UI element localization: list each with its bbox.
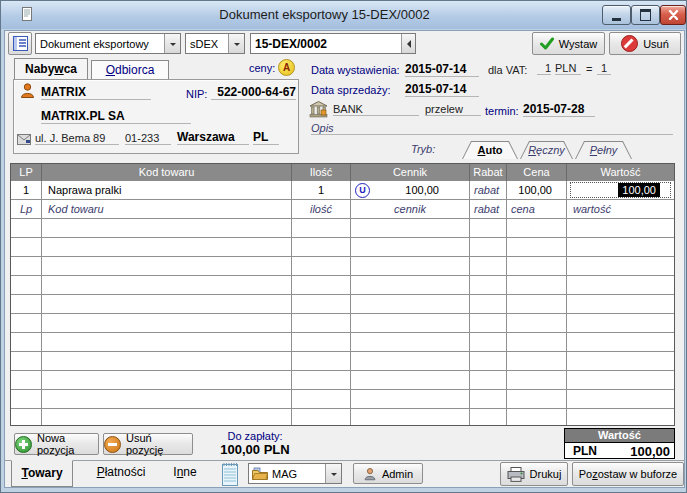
ghost-rabat[interactable]: rabat: [470, 200, 507, 218]
ghost-cena[interactable]: cena: [507, 200, 567, 218]
total-currency: PLN: [565, 444, 597, 458]
admin-person-icon: [363, 467, 377, 481]
admin-button[interactable]: Admin: [353, 463, 423, 484]
buyer-name[interactable]: MATRIX: [41, 85, 151, 100]
item-cena[interactable]: 100,00: [507, 181, 567, 199]
tryb-label: Tryb:: [411, 143, 435, 155]
bank-icon: [309, 101, 328, 118]
title-bar[interactable]: Dokument eksportowy 15-DEX/0002: [1, 1, 687, 29]
item-template-row[interactable]: Lp Kod towaru ilość cennik rabat cena wa…: [11, 200, 674, 219]
buyer-postal[interactable]: 01-233: [125, 132, 171, 145]
buyer-city[interactable]: Warszawa: [177, 130, 249, 145]
issue-date-label: Data wystawienia:: [311, 64, 400, 76]
empty-row: [11, 295, 674, 314]
pozostaw-w-buforze-button[interactable]: Pozostaw w buforze: [572, 462, 684, 486]
doc-type-combobox[interactable]: Dokument eksportowy: [35, 33, 181, 54]
item-ilosc[interactable]: 1: [292, 181, 351, 199]
ceny-label: ceny:: [249, 62, 275, 74]
tab-nabywca[interactable]: Nabywca: [14, 58, 88, 79]
item-lp[interactable]: 1: [11, 181, 42, 199]
bank-value[interactable]: BANK: [333, 103, 419, 116]
printer-icon: [507, 467, 525, 482]
list-icon: [13, 36, 28, 51]
usun-button[interactable]: Usuń: [609, 32, 681, 55]
minimize-button[interactable]: [602, 5, 631, 25]
vat-qty-value[interactable]: 1: [537, 62, 551, 75]
header-kod-towaru: Kod towaru: [42, 164, 292, 181]
close-button[interactable]: [660, 5, 686, 25]
termin-label: termin:: [485, 105, 519, 117]
vat-rate-value[interactable]: 1: [597, 62, 611, 75]
empty-row: [11, 238, 674, 257]
arrow-left-icon[interactable]: [401, 34, 415, 53]
tab-platnosci[interactable]: Płatności: [81, 465, 161, 479]
ghost-ilosc[interactable]: ilość: [292, 200, 351, 218]
buyer-street[interactable]: ul. J. Bema 89: [35, 132, 119, 145]
item-cennik[interactable]: U 100,00: [351, 181, 470, 199]
app-window: Dokument eksportowy 15-DEX/0002 Dokument…: [0, 0, 687, 493]
total-box: Wartość PLN 100,00: [564, 428, 675, 459]
header-lp: LP: [11, 164, 42, 181]
buyer-country[interactable]: PL: [253, 130, 279, 145]
vat-currency-value[interactable]: PLN: [555, 62, 581, 75]
total-amount: 100,00: [597, 444, 674, 459]
ghost-cennik[interactable]: cennik: [351, 200, 470, 218]
opis-field[interactable]: Opis: [311, 122, 673, 135]
drukuj-button[interactable]: Drukuj: [500, 462, 568, 486]
maximize-icon: [640, 9, 651, 21]
ghost-kod[interactable]: Kod towaru: [42, 200, 292, 218]
item-kod[interactable]: Naprawa pralki: [42, 181, 292, 199]
tab-inne[interactable]: Inne: [163, 465, 207, 479]
maximize-button[interactable]: [631, 5, 660, 25]
price-level-badge[interactable]: A: [278, 59, 295, 76]
chevron-down-icon[interactable]: [164, 34, 180, 53]
sale-date-value[interactable]: 2015-07-14: [405, 82, 479, 97]
minus-circle-icon: [104, 436, 121, 453]
series-combobox[interactable]: sDEX: [185, 33, 245, 54]
due-amount: 100,00 PLN: [194, 442, 316, 457]
items-table: LP Kod towaru Ilość Cennik Rabat Cena Wa…: [10, 163, 675, 426]
tab-mode-pelny[interactable]: Pełny: [575, 141, 632, 159]
envelope-icon: [17, 134, 31, 145]
chevron-down-icon[interactable]: [228, 34, 244, 53]
doc-number-field[interactable]: 15-DEX/0002: [250, 33, 416, 54]
empty-row: [11, 314, 674, 333]
plus-circle-icon: [15, 436, 32, 453]
bottom-divider: [4, 460, 685, 461]
item-cennik-value: 100,00: [370, 181, 469, 199]
nowa-pozycja-button[interactable]: Nowa pozycja: [14, 433, 99, 455]
nip-label: NIP:: [186, 88, 207, 100]
drukuj-label: Drukuj: [530, 468, 562, 480]
no-entry-icon: [621, 35, 638, 52]
empty-row: [11, 352, 674, 371]
notepad-icon[interactable]: [221, 462, 239, 487]
mag-combobox[interactable]: MAG: [248, 463, 342, 484]
buyer-nip[interactable]: 522-000-64-67: [211, 85, 296, 100]
check-icon: [540, 37, 554, 50]
item-rabat[interactable]: rabat: [470, 181, 507, 199]
ghost-wartosc[interactable]: wartość: [567, 200, 674, 218]
u-circle-icon: U: [355, 183, 370, 198]
tab-mode-auto[interactable]: Auto: [462, 141, 518, 159]
payment-method-value[interactable]: przelew: [425, 103, 481, 116]
empty-row: [11, 257, 674, 276]
tab-odbiorca[interactable]: Odbiorca: [91, 60, 169, 79]
ghost-lp[interactable]: Lp: [11, 200, 42, 218]
usun-pozycje-button[interactable]: Usuń pozycję: [103, 433, 193, 455]
item-wartosc[interactable]: 100,00: [567, 181, 674, 199]
wystaw-button[interactable]: Wystaw: [532, 32, 605, 55]
tab-towary[interactable]: Towary: [11, 460, 73, 487]
total-title: Wartość: [565, 429, 674, 443]
tab-mode-reczny[interactable]: Ręczny: [520, 141, 573, 159]
header-ilosc: Ilość: [292, 164, 351, 181]
doc-number-value: 15-DEX/0002: [251, 37, 401, 51]
admin-label: Admin: [382, 468, 413, 480]
issue-date-value[interactable]: 2015-07-14: [405, 62, 479, 77]
header-rabat: Rabat: [470, 164, 507, 181]
empty-row: [11, 371, 674, 390]
buyer-full-name[interactable]: MATRIX.PL SA: [41, 109, 191, 124]
document-list-button[interactable]: [8, 32, 32, 55]
termin-value[interactable]: 2015-07-28: [523, 102, 595, 117]
chevron-down-icon[interactable]: [325, 464, 341, 483]
wartosc-input[interactable]: 100,00: [570, 182, 671, 198]
